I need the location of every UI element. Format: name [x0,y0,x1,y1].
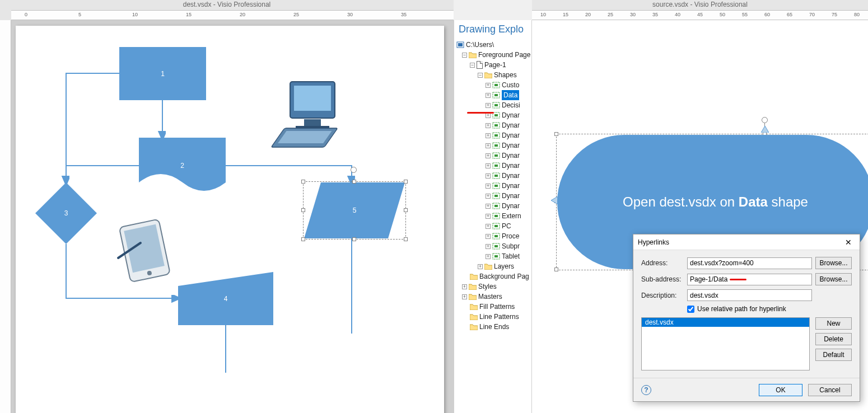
ruler-tick-label: 40 [675,12,680,17]
ruler-tick-label: 15 [563,12,568,17]
expand-icon[interactable]: + [486,194,491,199]
expand-icon[interactable]: + [486,204,491,209]
flow-decision-3[interactable]: 3 [35,182,97,244]
ruler-horizontal-left: 0 5 10 15 20 25 30 35 [11,10,454,20]
tree-shape-item[interactable]: +Dynar [456,181,531,191]
expand-icon[interactable]: + [486,254,491,259]
tree-masters[interactable]: + Masters [456,292,531,302]
resize-handle[interactable] [554,267,558,271]
tree-shape-item[interactable]: +Tablet [456,251,531,261]
expand-icon[interactable]: + [462,294,467,299]
collapse-icon[interactable]: − [470,63,475,68]
resize-handle[interactable] [404,237,408,241]
tree-shape-item[interactable]: +Dynar [456,191,531,201]
cancel-button[interactable]: Cancel [808,384,852,396]
browse-address-button[interactable]: Browse... [815,257,852,269]
tablet-clipart-icon[interactable] [114,216,175,289]
expand-icon[interactable]: + [486,153,491,158]
expand-icon[interactable]: + [478,264,483,269]
flow-document-2[interactable]: 2 [139,138,226,194]
list-item[interactable]: dest.vsdx [642,318,809,327]
tree-shape-item[interactable]: +Dynar [456,151,531,161]
expand-icon[interactable]: + [462,284,467,289]
rotate-handle[interactable] [351,167,357,173]
drawing-explorer-panel[interactable]: Drawing Explo C:\Users\ − Foreground Pag… [454,20,532,413]
tree-shape-item[interactable]: +Dynar [456,201,531,211]
expand-icon[interactable]: + [486,133,491,138]
collapse-icon[interactable]: − [462,53,467,58]
resize-handle[interactable] [404,180,408,184]
tree-shape-item[interactable]: +PC [456,221,531,231]
pc-clipart-icon[interactable] [265,79,349,152]
hyperlinks-dialog[interactable]: Hyperlinks ✕ Address: Browse... Sub-addr… [633,234,860,402]
close-icon[interactable]: ✕ [842,236,855,249]
tree-shape-item[interactable]: +Dynar [456,130,531,140]
tree-shapes[interactable]: − Shapes [456,70,531,80]
flow-process-1[interactable]: 1 [119,47,206,100]
flow-manual-input-4[interactable]: 4 [178,272,273,325]
tree-shape-item[interactable]: +Extern [456,211,531,221]
shape-icon [492,122,500,129]
connection-point-icon[interactable] [761,126,769,133]
address-input[interactable] [687,257,812,269]
expand-icon[interactable]: + [486,163,491,168]
resize-handle[interactable] [301,180,305,184]
svg-rect-43 [494,235,498,237]
tree-background[interactable]: Background Pag [456,271,531,281]
expand-icon[interactable]: + [486,214,491,219]
left-page[interactable]: 1 2 3 5 [16,26,444,413]
ok-button[interactable]: OK [759,384,802,396]
resize-handle[interactable] [554,132,558,136]
tree-foreground[interactable]: − Foreground Page [456,50,531,60]
explorer-tree[interactable]: C:\Users\ − Foreground Page − Page-1 − S… [454,40,531,332]
tree-shape-item[interactable]: +Dynar [456,120,531,130]
tree-fill-patterns[interactable]: Fill Patterns [456,302,531,312]
tree-root[interactable]: C:\Users\ [456,40,531,50]
expand-icon[interactable]: + [486,103,491,108]
tree-line-patterns[interactable]: Line Patterns [456,312,531,322]
description-input[interactable] [687,289,812,301]
tree-shape-item[interactable]: +Dynar [456,171,531,181]
rotate-handle[interactable] [762,117,768,123]
browse-subaddress-button[interactable]: Browse... [815,273,852,285]
tree-shape-item[interactable]: +Subpr [456,241,531,251]
ruler-tick-label: 0 [25,12,27,17]
dialog-titlebar[interactable]: Hyperlinks ✕ [633,234,860,250]
expand-icon[interactable]: + [486,83,491,88]
expand-icon[interactable]: + [486,143,491,148]
tree-shape-item[interactable]: +Dynar [456,140,531,151]
expand-icon[interactable]: + [486,173,491,179]
left-canvas[interactable]: 1 2 3 5 [11,20,454,413]
expand-icon[interactable]: + [486,224,491,229]
tree-styles[interactable]: + Styles [456,281,531,292]
resize-handle[interactable] [301,208,305,212]
new-button[interactable]: New [815,317,852,330]
relative-path-checkbox[interactable]: Use relative path for hyperlink [687,305,852,313]
tree-shape-item[interactable]: +Proce [456,231,531,241]
tree-page[interactable]: − Page-1 [456,60,531,70]
expand-icon[interactable]: + [486,184,491,189]
tree-layers[interactable]: + Layers [456,261,531,271]
help-icon[interactable]: ? [641,385,651,395]
expand-icon[interactable]: + [486,93,491,98]
tree-shape-item[interactable]: +Decisi [456,100,531,110]
resize-handle[interactable] [404,208,408,212]
subaddress-input[interactable]: Page-1/Data [687,274,812,285]
resize-handle[interactable] [301,237,305,241]
delete-button[interactable]: Delete [815,333,852,345]
tree-shape-item[interactable]: +Data [456,90,531,100]
expand-icon[interactable]: + [486,234,491,239]
hyperlink-listbox[interactable]: dest.vsdx [641,317,810,370]
default-button[interactable]: Default [815,349,852,361]
expand-icon[interactable]: + [486,123,491,128]
left-visio-window: dest.vsdx - Visio Professional 0 5 10 15… [0,0,454,413]
relative-path-check[interactable] [687,306,694,313]
tree-shape-item[interactable]: +Dynar [456,161,531,171]
resize-handle[interactable] [352,180,356,184]
tree-line-ends[interactable]: Line Ends [456,322,531,332]
tree-shape-item[interactable]: +Custo [456,80,531,90]
resize-handle[interactable] [352,237,356,241]
expand-icon[interactable]: + [486,244,491,249]
collapse-icon[interactable]: − [478,73,483,78]
svg-rect-35 [494,195,498,197]
